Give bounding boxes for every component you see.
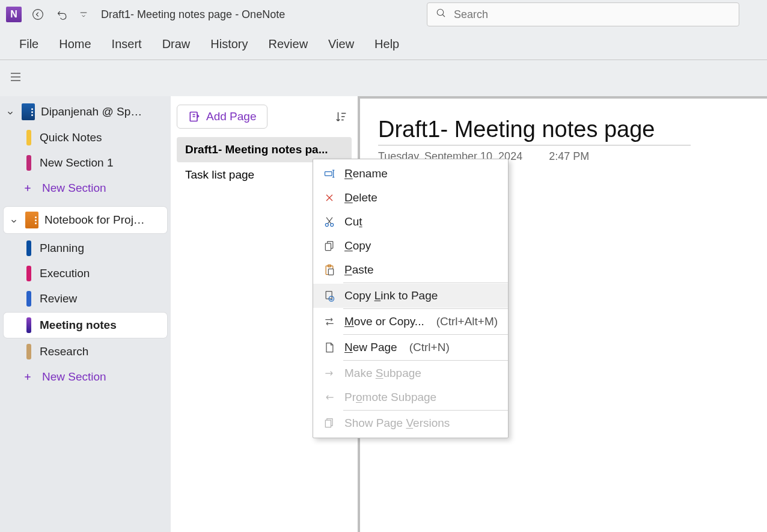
menu-help[interactable]: Help [374,37,399,51]
section-label: New Section 1 [40,156,114,170]
context-menu-label: Paste [344,263,374,277]
link-icon [323,289,336,302]
notebook-header[interactable]: Notebook for Project A [4,207,167,233]
section-color-indicator [26,291,31,307]
move-icon [323,315,336,328]
subright-icon [323,367,336,380]
context-menu-make-subpage: Make Subpage [313,361,508,385]
context-menu-delete[interactable]: Delete [313,186,508,210]
search-icon [436,8,447,21]
section-label: Quick Notes [40,131,102,144]
chevron-down-icon [6,107,16,117]
context-menu-copy[interactable]: Copy [313,234,508,258]
chevron-down-icon [10,215,19,225]
context-menu-new-page[interactable]: New Page (Ctrl+N) [313,335,508,359]
context-menu-label: New Page [344,341,397,354]
notebook-sidebar: Dipanjenah @ Spiral... Quick Notes New S… [0,96,171,532]
nav-toggle-button[interactable] [8,70,23,87]
section-label: Execution [40,267,90,280]
add-page-label: Add Page [206,110,256,123]
context-menu-label: Show Page Versions [344,417,450,430]
context-menu-label: Delete [344,191,377,204]
new-section-button[interactable]: New Section [0,176,171,201]
search-input[interactable] [454,8,730,21]
section-label: Meeting notes [40,319,117,332]
svg-rect-7 [325,243,331,251]
menu-bar: FileHomeInsertDrawHistoryReviewViewHelp [0,29,767,60]
back-button[interactable] [30,7,46,22]
plus-icon [22,182,34,194]
context-menu-promote-subpage: Promote Subpage [313,385,508,409]
section-new-section-1[interactable]: New Section 1 [0,150,171,176]
menu-file[interactable]: File [19,37,38,51]
add-page-button[interactable]: Add Page [177,105,267,129]
sort-pages-button[interactable] [331,106,352,127]
context-menu-cut[interactable]: Cut [313,210,508,234]
context-menu-shortcut: (Ctrl+N) [409,341,450,354]
svg-point-0 [33,10,43,20]
search-box[interactable] [427,2,739,26]
context-menu-shortcut: (Ctrl+Alt+M) [436,315,498,328]
menu-insert[interactable]: Insert [112,37,142,51]
svg-point-4 [325,224,328,227]
versions-icon [323,417,336,430]
context-menu-separator [343,410,508,411]
page-context-menu: Rename Delete Cut Copy Paste Copy Link t… [313,159,509,438]
section-color-indicator [26,317,31,333]
context-menu-separator [343,308,508,309]
plus-icon [22,371,34,383]
cut-icon [323,215,336,228]
menu-home[interactable]: Home [59,37,91,51]
nav-toggle-row [0,60,767,96]
delete-icon [323,191,336,204]
section-meeting-notes[interactable]: Meeting notes [4,313,167,338]
menu-draw[interactable]: Draw [162,37,191,51]
paste-icon [323,263,336,277]
context-menu-label: Rename [344,167,388,180]
svg-point-5 [331,224,334,227]
app-icon: N [6,7,22,22]
svg-rect-14 [325,420,331,427]
svg-point-1 [437,9,444,16]
window-title: Draft1- Meeting notes page - OneNote [101,8,285,21]
new-section-label: New Section [42,182,106,195]
context-menu-separator [343,283,508,283]
new-section-button[interactable]: New Section [0,364,171,390]
svg-rect-3 [325,172,332,176]
menu-review[interactable]: Review [269,37,308,51]
context-menu-rename[interactable]: Rename [313,162,508,186]
section-label: Planning [40,242,84,255]
section-review[interactable]: Review [0,286,171,311]
section-quick-notes[interactable]: Quick Notes [0,125,171,150]
context-menu-copy-link-to-page[interactable]: Copy Link to Page [313,284,508,308]
section-color-indicator [26,155,31,171]
section-color-indicator [26,344,31,359]
subleft-icon [323,391,336,404]
section-color-indicator [26,130,31,145]
section-execution[interactable]: Execution [0,261,171,286]
context-menu-label: Move or Copy... [344,315,424,328]
title-bar: N Draft1- Meeting notes page - OneNote [0,0,767,29]
undo-button[interactable] [54,7,70,22]
context-menu-paste[interactable]: Paste [313,258,508,282]
customize-toolbar-button[interactable] [78,7,89,22]
context-menu-label: Copy Link to Page [344,289,438,302]
copy-icon [323,239,336,252]
notebook-title: Dipanjenah @ Spiral... [41,105,143,118]
notebook-icon [22,103,35,120]
rename-icon [323,167,336,180]
page-title[interactable]: Draft1- Meeting notes page [378,117,691,145]
notebook-icon [25,212,38,228]
svg-rect-10 [328,269,333,275]
newpage-icon [323,341,336,354]
section-research[interactable]: Research [0,339,171,364]
context-menu-label: Make Subpage [344,367,421,380]
context-menu-separator [343,360,508,361]
menu-view[interactable]: View [328,37,354,51]
context-menu-move-or-copy-[interactable]: Move or Copy... (Ctrl+Alt+M) [313,310,508,334]
menu-history[interactable]: History [210,37,248,51]
context-menu-label: Cut [344,215,362,228]
section-planning[interactable]: Planning [0,236,171,261]
section-color-indicator [26,240,31,256]
notebook-header[interactable]: Dipanjenah @ Spiral... [0,99,171,125]
